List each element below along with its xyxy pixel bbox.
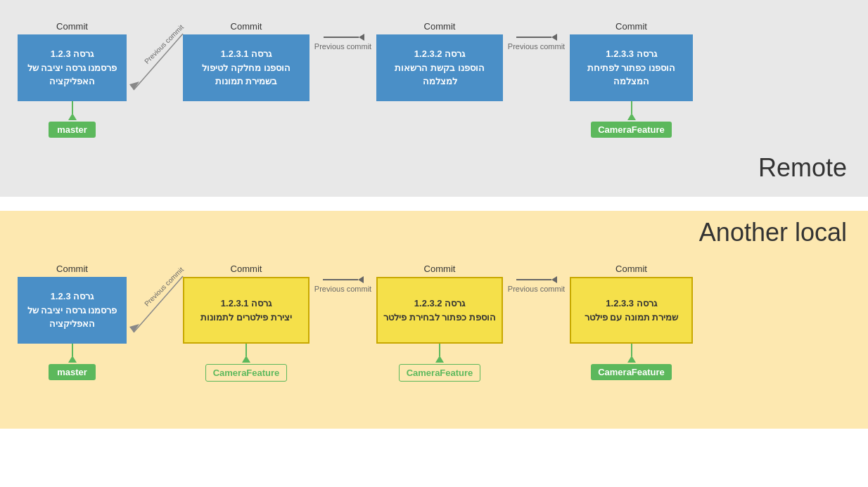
- h-connector-1: Previous commit: [309, 34, 376, 51]
- page-container: Commit גרסה 1.2.3 פרסמנו גרסה יציבה של ה…: [0, 0, 868, 487]
- local-commit-group-2: Commit גרסה 1.2.3.2 הוספת כפתור לבחירת פ…: [376, 264, 503, 382]
- local-commit-box-1: גרסה 1.2.3.1 יצירת פילטרים לתמונות: [183, 277, 309, 344]
- local-branch-1: CameraFeature: [205, 364, 288, 382]
- remote-commits-row: Commit גרסה 1.2.3 פרסמנו גרסה יציבה של ה…: [7, 14, 861, 173]
- local-prev-commit-1: Previous commit: [314, 285, 371, 293]
- branch-master-0: master: [49, 122, 96, 138]
- local-text-1: יצירת פילטרים לתמונות: [200, 311, 291, 325]
- svg-text:Previous commit: Previous commit: [143, 266, 185, 308]
- local-commit-label-0: Commit: [56, 264, 88, 274]
- local-h-connector-2: Previous commit: [503, 276, 570, 293]
- commit-label-0: Commit: [56, 21, 88, 32]
- commit-box-3: גרסה 1.2.3.3 הוספנו כפתור לפתיחת המצלמה: [570, 34, 693, 101]
- local-text-2: הוספת כפתור לבחירת פילטר: [383, 311, 496, 325]
- local-commit-label-1: Commit: [231, 264, 262, 274]
- svg-text:Previous commit: Previous commit: [143, 23, 185, 65]
- svg-line-3: [134, 276, 183, 332]
- local-commit-label-3: Commit: [615, 264, 647, 274]
- local-commit-group-1: Commit גרסה 1.2.3.1 יצירת פילטרים לתמונו…: [183, 264, 309, 382]
- diag-connector-remote: Previous commit: [127, 34, 183, 100]
- local-branch-3: CameraFeature: [591, 364, 672, 380]
- local-branch-master: master: [49, 364, 96, 380]
- up-arrow-0: [68, 101, 77, 120]
- commit-box-2: גרסה 1.2.3.2 הוספנו בקשת הרשאות למצלמה: [376, 34, 503, 101]
- version-2: גרסה 1.2.3.2: [414, 47, 465, 61]
- local-commits-row: Commit גרסה 1.2.3 פרסמנו גרסה יציבה של ה…: [7, 225, 861, 396]
- local-commit-box-0: גרסה 1.2.3 פרסמנו גרסה יציבה של האפליקצי…: [18, 277, 127, 344]
- text-2: הוספנו בקשת הרשאות למצלמה: [382, 61, 497, 89]
- version-3: גרסה 1.2.3.3: [606, 47, 656, 61]
- commit-group-1: Commit גרסה 1.2.3.1 הוספנו מחלקה לטיפול …: [183, 21, 309, 101]
- commit-label-3: Commit: [615, 21, 647, 32]
- text-1: הוספנו מחלקה לטיפול בשמירת תמונות: [189, 61, 304, 89]
- up-arrow-3: [627, 101, 636, 120]
- branch-camera-3: CameraFeature: [591, 122, 672, 138]
- local-branch-2: CameraFeature: [399, 364, 481, 382]
- text-0: פרסמנו גרסה יציבה של האפליקציה: [23, 61, 121, 89]
- svg-line-0: [134, 34, 183, 90]
- prev-commit-label-2: Previous commit: [508, 42, 565, 51]
- local-commit-box-2: גרסה 1.2.3.2 הוספת כפתור לבחירת פילטר: [376, 277, 503, 344]
- commit-label-1: Commit: [231, 21, 262, 32]
- local-commit-group-3: Commit גרסה 1.2.3.3 שמירת תמונה עם פילטר…: [570, 264, 693, 380]
- version-1: גרסה 1.2.3.1: [221, 47, 272, 61]
- local-version-1: גרסה 1.2.3.1: [221, 297, 272, 311]
- h-connector-2: Previous commit: [503, 34, 570, 51]
- local-version-2: גרסה 1.2.3.2: [414, 297, 465, 311]
- commit-label-2: Commit: [424, 21, 456, 32]
- local-commit-box-3: גרסה 1.2.3.3 שמירת תמונה עם פילטר: [570, 277, 693, 344]
- remote-section: Commit גרסה 1.2.3 פרסמנו גרסה יציבה של ה…: [0, 0, 868, 197]
- commit-group-0: Commit גרסה 1.2.3 פרסמנו גרסה יציבה של ה…: [18, 21, 127, 138]
- commit-group-2: Commit גרסה 1.2.3.2 הוספנו בקשת הרשאות ל…: [376, 21, 503, 101]
- local-commit-group-0: Commit גרסה 1.2.3 פרסמנו גרסה יציבה של ה…: [18, 264, 127, 380]
- commit-box-0: גרסה 1.2.3 פרסמנו גרסה יציבה של האפליקצי…: [18, 34, 127, 101]
- local-label: Another local: [699, 218, 847, 247]
- local-commit-label-2: Commit: [424, 264, 456, 274]
- commit-box-1: גרסה 1.2.3.1 הוספנו מחלקה לטיפול בשמירת …: [183, 34, 309, 101]
- diag-connector-local: Previous commit: [127, 276, 183, 343]
- prev-commit-label-1: Previous commit: [314, 42, 371, 51]
- local-h-connector-1: Previous commit: [309, 276, 376, 293]
- commit-group-3: Commit גרסה 1.2.3.3 הוספנו כפתור לפתיחת …: [570, 21, 693, 138]
- local-version-0: גרסה 1.2.3: [51, 290, 94, 304]
- version-0: גרסה 1.2.3: [51, 47, 94, 61]
- local-version-3: גרסה 1.2.3.3: [606, 297, 656, 311]
- local-text-0: פרסמנו גרסה יציבה של האפליקציה: [23, 304, 121, 331]
- remote-label: Remote: [758, 153, 847, 183]
- local-section: Another local Commit גרסה 1.2.3 פרסמנו ג…: [0, 211, 868, 429]
- local-text-3: שמירת תמונה עם פילטר: [585, 311, 679, 325]
- text-3: הוספנו כפתור לפתיחת המצלמה: [575, 61, 687, 89]
- local-prev-commit-2: Previous commit: [508, 285, 565, 293]
